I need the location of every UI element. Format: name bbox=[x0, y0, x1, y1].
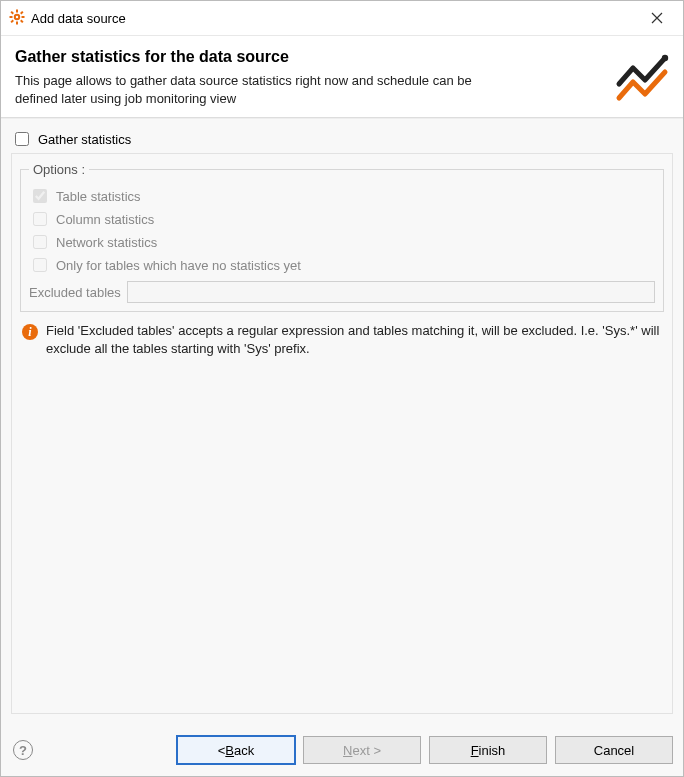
options-frame: Options : Table statistics Column statis… bbox=[11, 153, 673, 714]
option-network-input bbox=[33, 235, 47, 249]
gather-statistics-checkbox[interactable]: Gather statistics bbox=[11, 129, 673, 149]
option-only-new-label: Only for tables which have no statistics… bbox=[56, 258, 301, 273]
option-column-input bbox=[33, 212, 47, 226]
svg-rect-7 bbox=[10, 19, 14, 23]
gear-icon bbox=[9, 9, 25, 28]
gather-statistics-input[interactable] bbox=[15, 132, 29, 146]
option-column-statistics: Column statistics bbox=[29, 209, 655, 229]
svg-point-0 bbox=[15, 14, 19, 18]
chart-icon bbox=[611, 48, 675, 107]
options-group: Options : Table statistics Column statis… bbox=[20, 162, 664, 312]
info-icon: i bbox=[22, 324, 38, 340]
window-title: Add data source bbox=[31, 11, 641, 26]
option-column-label: Column statistics bbox=[56, 212, 154, 227]
option-network-label: Network statistics bbox=[56, 235, 157, 250]
titlebar: Add data source bbox=[1, 1, 683, 36]
svg-rect-5 bbox=[10, 10, 14, 14]
svg-rect-2 bbox=[16, 21, 18, 24]
svg-rect-1 bbox=[16, 9, 18, 12]
option-table-input bbox=[33, 189, 47, 203]
finish-button[interactable]: Finish bbox=[429, 736, 547, 764]
page-description: This page allows to gather data source s… bbox=[15, 72, 515, 107]
option-network-statistics: Network statistics bbox=[29, 232, 655, 252]
option-only-new-input bbox=[33, 258, 47, 272]
info-message: i Field 'Excluded tables' accepts a regu… bbox=[20, 322, 664, 358]
svg-rect-3 bbox=[10, 16, 13, 18]
svg-point-9 bbox=[662, 54, 668, 60]
svg-rect-6 bbox=[20, 19, 24, 23]
back-button[interactable]: < Back bbox=[177, 736, 295, 764]
gather-statistics-label: Gather statistics bbox=[38, 132, 131, 147]
svg-rect-8 bbox=[20, 10, 24, 14]
option-table-label: Table statistics bbox=[56, 189, 141, 204]
page-title: Gather statistics for the data source bbox=[15, 48, 611, 66]
next-button: Next > bbox=[303, 736, 421, 764]
info-text: Field 'Excluded tables' accepts a regula… bbox=[46, 322, 662, 358]
wizard-footer: ? < Back Next > Finish Cancel bbox=[1, 724, 683, 776]
excluded-tables-label: Excluded tables bbox=[29, 285, 121, 300]
close-button[interactable] bbox=[641, 7, 673, 29]
option-only-new: Only for tables which have no statistics… bbox=[29, 255, 655, 275]
cancel-button[interactable]: Cancel bbox=[555, 736, 673, 764]
help-button[interactable]: ? bbox=[13, 740, 33, 760]
content-area: Gather statistics Options : Table statis… bbox=[1, 118, 683, 724]
excluded-tables-input bbox=[127, 281, 655, 303]
option-table-statistics: Table statistics bbox=[29, 186, 655, 206]
svg-rect-4 bbox=[22, 16, 25, 18]
options-legend: Options : bbox=[29, 162, 89, 177]
excluded-tables-row: Excluded tables bbox=[29, 281, 655, 303]
wizard-header: Gather statistics for the data source Th… bbox=[1, 36, 683, 118]
